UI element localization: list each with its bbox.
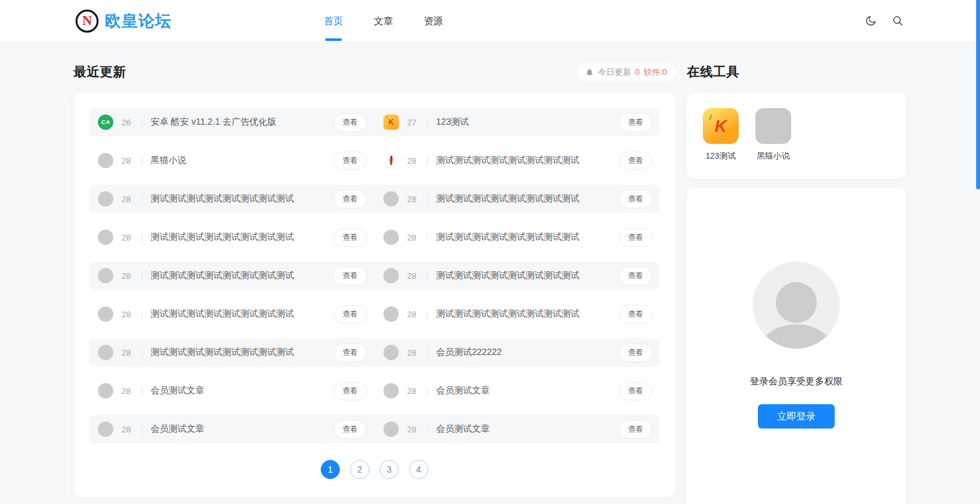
list-item: 28 | 会员测试222222 查看 (374, 338, 660, 366)
item-number: 28 (407, 425, 419, 434)
pagination: 1234 (89, 460, 660, 479)
tool-黑猫小说[interactable]: 黑猫小说 (755, 108, 792, 162)
view-button[interactable]: 查看 (333, 305, 367, 324)
item-title[interactable]: 123测试 (436, 116, 611, 128)
search-icon[interactable] (890, 14, 904, 28)
item-divider: | (426, 233, 428, 242)
view-button[interactable]: 查看 (619, 382, 652, 400)
list-item: 28 | 测试测试测试测试测试测试测试测试 查看 (89, 223, 374, 251)
view-button[interactable]: 查看 (333, 382, 367, 400)
view-button[interactable]: 查看 (619, 343, 652, 362)
nav-item-首页[interactable]: 首页 (309, 0, 358, 42)
item-number: 28 (407, 348, 419, 358)
placeholder-avatar-icon (383, 268, 399, 283)
recent-updates-card: CA 26 | 安卓 酷安 v11.2.1 去广告优化版 查看 ♪K 27 | … (74, 93, 675, 497)
view-button[interactable]: 查看 (333, 228, 367, 247)
item-title[interactable]: 测试测试测试测试测试测试测试测试 (436, 155, 611, 166)
item-divider: | (141, 271, 143, 280)
item-divider: | (141, 118, 143, 127)
nav-item-文章[interactable]: 文章 (358, 0, 408, 42)
item-divider: | (141, 233, 143, 242)
item-number: 28 (407, 271, 419, 281)
tool-label: 123测试 (705, 150, 736, 162)
view-button[interactable]: 查看 (619, 152, 652, 170)
item-title[interactable]: 会员测试文章 (150, 423, 326, 435)
page-4[interactable]: 4 (409, 460, 428, 479)
placeholder-avatar-icon (98, 268, 113, 283)
list-row: 28 | 测试测试测试测试测试测试测试测试 查看 28 | 测试测试测试测试测试… (89, 262, 660, 290)
item-title[interactable]: 测试测试测试测试测试测试测试测试 (150, 347, 326, 358)
item-number: 28 (122, 310, 133, 319)
item-title[interactable]: 会员测试文章 (436, 385, 611, 397)
list-item: 28 | 测试测试测试测试测试测试测试测试 查看 (374, 300, 660, 328)
blank-app-icon (755, 108, 791, 144)
item-title[interactable]: 测试测试测试测试测试测试测试测试 (150, 232, 326, 243)
item-title[interactable]: 安卓 酷安 v11.2.1 去广告优化版 (150, 116, 326, 128)
item-title[interactable]: 测试测试测试测试测试测试测试测试 (436, 232, 611, 243)
view-button[interactable]: 查看 (619, 228, 652, 247)
login-button[interactable]: 立即登录 (758, 404, 835, 429)
item-title[interactable]: 测试测试测试测试测试测试测试测试 (150, 308, 326, 320)
header: N 欧皇论坛 首页文章资源 (0, 0, 980, 42)
tool-label: 黑猫小说 (757, 150, 790, 162)
item-title[interactable]: 测试测试测试测试测试测试测试测试 (436, 308, 611, 320)
login-card: 登录会员享受更多权限 立即登录 (687, 188, 906, 504)
item-title[interactable]: 会员测试222222 (436, 347, 611, 358)
item-title[interactable]: 测试测试测试测试测试测试测试测试 (150, 193, 326, 205)
view-button[interactable]: 查看 (333, 420, 367, 439)
item-divider: | (426, 194, 428, 203)
item-title[interactable]: 会员测试文章 (436, 423, 611, 435)
page-3[interactable]: 3 (380, 460, 399, 479)
item-title[interactable]: 黑猫小说 (150, 155, 326, 166)
item-title[interactable]: 测试测试测试测试测试测试测试测试 (150, 270, 326, 281)
site-logo[interactable]: N 欧皇论坛 (76, 10, 172, 33)
item-title[interactable]: 测试测试测试测试测试测试测试测试 (436, 270, 611, 281)
item-divider: | (141, 348, 143, 357)
view-button[interactable]: 查看 (619, 305, 652, 324)
item-number: 28 (122, 194, 133, 204)
item-divider: | (141, 194, 143, 203)
item-number: 28 (122, 386, 133, 396)
view-button[interactable]: 查看 (333, 267, 367, 285)
list-item: 28 | 测试测试测试测试测试测试测试测试 查看 (89, 338, 374, 366)
sidebar: ♪K123测试黑猫小说 登录会员享受更多权限 立即登录 (687, 93, 906, 504)
nav-item-资源[interactable]: 资源 (408, 0, 458, 42)
kuwo-app-icon: ♪K (703, 108, 739, 144)
list-item: 28 | 测试测试测试测试测试测试测试测试 查看 (89, 300, 374, 328)
view-button[interactable]: 查看 (619, 113, 652, 132)
list-item: 28 | 测试测试测试测试测试测试测试测试 查看 (374, 262, 660, 290)
placeholder-avatar-icon (383, 306, 399, 322)
placeholder-avatar-icon (98, 191, 113, 207)
view-button[interactable]: 查看 (333, 190, 367, 209)
item-number: 28 (407, 156, 419, 166)
item-title[interactable]: 会员测试文章 (150, 385, 326, 397)
view-button[interactable]: 查看 (333, 113, 367, 132)
list-row: 28 | 测试测试测试测试测试测试测试测试 查看 28 | 测试测试测试测试测试… (89, 300, 660, 328)
scrollbar-thumb[interactable] (976, 0, 980, 189)
list-item: CA 26 | 安卓 酷安 v11.2.1 去广告优化版 查看 (89, 108, 374, 136)
logo-ring-icon: N (76, 10, 99, 33)
view-button[interactable]: 查看 (333, 343, 367, 362)
item-title[interactable]: 测试测试测试测试测试测试测试测试 (436, 193, 611, 205)
list-item: 28 | 会员测试文章 查看 (374, 377, 660, 405)
avatar-head-shape (776, 282, 817, 323)
list-item: 28 | 测试测试测试测试测试测试测试测试 查看 (89, 185, 374, 213)
list-row: 28 | 会员测试文章 查看 28 | 会员测试文章 查看 (89, 377, 660, 405)
page-1[interactable]: 1 (321, 460, 340, 479)
list-row: 28 | 测试测试测试测试测试测试测试测试 查看 28 | 测试测试测试测试测试… (89, 185, 660, 213)
view-button[interactable]: 查看 (619, 267, 652, 285)
view-button[interactable]: 查看 (619, 190, 652, 209)
avatar-body-shape (757, 324, 836, 349)
moon-icon[interactable] (864, 14, 878, 28)
list-row: 28 | 黑猫小说 查看 28 | 测试测试测试测试测试测试测试测试 查看 (89, 146, 660, 175)
view-button[interactable]: 查看 (619, 420, 652, 439)
item-divider: | (426, 425, 428, 434)
kuwo-music-icon: ♪K (383, 114, 399, 130)
view-button[interactable]: 查看 (333, 152, 367, 170)
page-2[interactable]: 2 (350, 460, 369, 479)
placeholder-avatar-icon (383, 230, 399, 245)
online-tools-card: ♪K123测试黑猫小说 (687, 93, 906, 178)
tool-123测试[interactable]: ♪K123测试 (702, 108, 739, 162)
item-divider: | (426, 386, 428, 395)
coolapk-icon: CA (98, 114, 113, 130)
